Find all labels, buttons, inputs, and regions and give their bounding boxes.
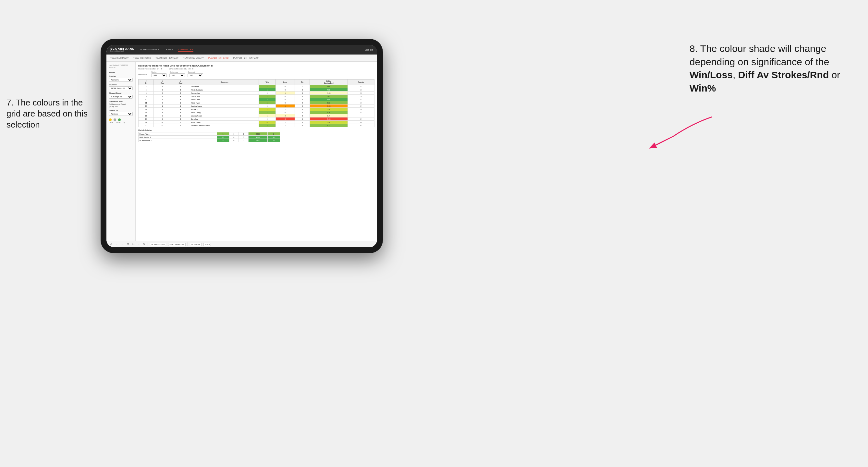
sidebar-radio-group: Opponents Played Top 100 <box>109 103 133 107</box>
colour-label-down: Down <box>109 122 113 124</box>
cell-rounds: 4 <box>347 98 374 101</box>
toolbar-sep2 <box>188 242 188 246</box>
ood-tie: 0 <box>239 132 249 136</box>
sidebar-division-select[interactable]: NCAA Division III <box>109 86 133 90</box>
cell-rounds: 2 <box>347 104 374 108</box>
col-tie: Tie <box>295 80 310 85</box>
colour-dots <box>109 119 133 121</box>
ood-loss: 0 <box>229 132 239 136</box>
cell-reg: 5 <box>154 101 171 104</box>
colour-label-level: Level <box>117 122 120 124</box>
nav-committee[interactable]: COMMITTEE <box>178 48 193 52</box>
filter-conference-select[interactable]: (All) <box>169 73 185 77</box>
sub-nav-team-h2h-grid[interactable]: TEAM H2H GRID <box>133 56 151 60</box>
cell-diff: 3.67 <box>310 95 347 98</box>
sidebar-player-section: Player <box>109 71 133 73</box>
radio-label-top100: Top 100 <box>111 105 118 107</box>
col-win: Win <box>259 80 276 85</box>
toolbar-sep1 <box>148 242 148 246</box>
cell-win: 1 <box>259 85 276 88</box>
sidebar-radio-opponents-played[interactable]: Opponents Played <box>109 103 133 105</box>
main-data-table: #Div #Reg #Conf Opponent Win Loss Tie Di… <box>138 79 374 127</box>
cell-diff: 1.25 <box>310 111 347 114</box>
toolbar-share[interactable]: Share <box>204 243 211 246</box>
cell-diff: 1.33 <box>310 124 347 127</box>
cell-tie: 0 <box>295 108 310 111</box>
filter-opponent-select[interactable]: (All) <box>188 73 203 77</box>
sidebar-gender-select[interactable]: Women's <box>109 78 133 82</box>
ood-diff: 4.500 <box>248 132 268 136</box>
toolbar-circle[interactable]: ⊙ <box>142 243 146 246</box>
ood-rounds: 2 <box>268 132 280 136</box>
cell-opponent: Andrea York <box>190 98 259 101</box>
cell-tie: 0 <box>295 88 310 92</box>
nav-sign-out[interactable]: Sign out <box>365 49 373 51</box>
out-of-division-table: Foreign Team 1 0 0 4.500 2 NAIA Division… <box>138 132 280 142</box>
sidebar-player-rank-section: Player (Rank) 8. Katelyn Vo <box>109 92 133 99</box>
cell-conf: 1 <box>171 104 190 108</box>
table-row: 11 5 1 Heejo Hyun 1 0 0 3.33 3 <box>138 101 374 104</box>
nav-bar: SCOREBOARD Powered by clippd TOURNAMENTS… <box>106 45 377 55</box>
cell-loss: 2 <box>276 114 295 118</box>
nav-tournaments[interactable]: TOURNAMENTS <box>140 48 159 52</box>
sidebar-radio-top100[interactable]: Top 100 <box>109 105 133 107</box>
cell-win: 2 <box>259 98 276 101</box>
cell-div: 14 <box>138 108 154 111</box>
sidebar-player-rank-label: Player (Rank) <box>109 92 133 94</box>
ood-table-row: NCAA Division 2 5 0 0 7.400 10 <box>138 139 280 142</box>
cell-win: 2 <box>259 108 276 111</box>
sidebar-player-rank-select[interactable]: 8. Katelyn Vo <box>109 95 133 99</box>
cell-loss: 3 <box>276 118 295 121</box>
nav-teams[interactable]: TEAMS <box>164 48 173 52</box>
opponents-label: Opponents: <box>138 73 147 75</box>
left-annotation-text: 7. The colours in the grid are based on … <box>6 98 88 129</box>
cell-rounds <box>347 114 374 118</box>
toolbar-grid[interactable]: ⊞ <box>126 243 130 246</box>
sidebar-opponent-view-label: Opponent view <box>109 101 133 102</box>
toolbar-cut[interactable]: ✂ <box>132 243 135 246</box>
cell-win: 2 <box>259 124 276 127</box>
cell-tie: 0 <box>295 124 310 127</box>
toolbar-tilde[interactable]: ~ <box>137 243 140 246</box>
filter-opponent-label: Opponent <box>188 71 203 73</box>
toolbar-view-original[interactable]: 👁 View: Original <box>150 243 166 246</box>
colour-dot-up <box>118 119 121 121</box>
toolbar-save-custom[interactable]: Save Custom View <box>168 243 186 246</box>
colour-label-up: Up <box>123 122 125 124</box>
toolbar-watch[interactable]: 👁 Watch ▾ <box>190 243 202 246</box>
sub-nav-team-summary[interactable]: TEAM SUMMARY <box>110 56 129 60</box>
cell-win: 0 <box>259 118 276 121</box>
sub-nav-player-h2h-heatmap[interactable]: PLAYER H2H HEATMAP <box>233 56 259 60</box>
toolbar-back[interactable]: ← <box>115 243 118 246</box>
sidebar-division-label: Division <box>109 84 133 86</box>
cell-opponent: Jessica Mason <box>190 114 259 118</box>
filter-region-select[interactable]: (All) <box>151 73 167 77</box>
sub-nav-player-h2h-grid[interactable]: PLAYER H2H GRID <box>208 56 229 60</box>
cell-tie: 1 <box>295 85 310 88</box>
cell-win: 1 <box>259 101 276 104</box>
ood-rounds: 10 <box>268 139 280 142</box>
cell-div: 6 <box>138 92 154 95</box>
out-of-division-header: Out of division <box>138 129 374 131</box>
cell-diff: 0.38 <box>310 108 347 111</box>
cell-div: 3 <box>138 85 154 88</box>
ood-opponent: Foreign Team <box>138 132 217 136</box>
cell-win: 1 <box>259 95 276 98</box>
table-row: 16 9 1 Jessica Mason 1 2 0 -0.94 <box>138 114 374 118</box>
cell-div: 13 <box>138 104 154 108</box>
right-arrow <box>621 110 712 159</box>
ood-win: 1 <box>217 132 229 136</box>
sidebar-colour-select[interactable]: Win/loss <box>109 112 133 116</box>
toolbar-undo[interactable]: ↺ <box>109 243 113 246</box>
toolbar-forward[interactable]: → <box>120 243 124 246</box>
cell-win: 0 <box>259 92 276 95</box>
sub-nav-player-summary[interactable]: PLAYER SUMMARY <box>183 56 204 60</box>
sub-nav-team-h2h-heatmap[interactable]: TEAM H2H HEATMAP <box>155 56 178 60</box>
cell-diff: 0.30 <box>310 121 347 124</box>
cell-win: 4 <box>259 121 276 124</box>
table-row: 19 10 6 Emily Chang 4 1 0 0.30 11 <box>138 121 374 124</box>
cell-loss: 1 <box>276 92 295 95</box>
cell-rounds: 3 <box>347 92 374 95</box>
cell-win: 1 <box>259 114 276 118</box>
cell-diff: 4.00 <box>310 88 347 92</box>
